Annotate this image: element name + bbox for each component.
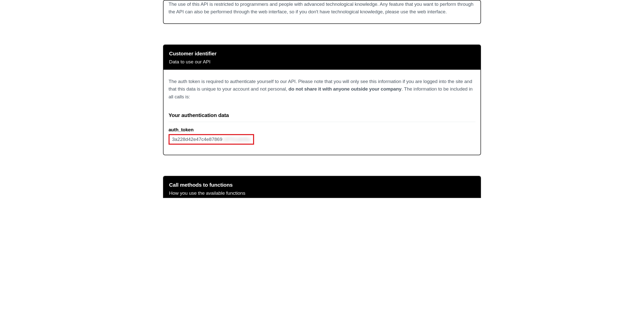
authentication-data-section: Your authentication data auth_token 3a22… bbox=[169, 112, 475, 145]
call-methods-subtitle: How you use the available functions bbox=[169, 190, 475, 196]
customer-identifier-header: Customer identifier Data to use our API bbox=[164, 45, 480, 70]
customer-identifier-title: Customer identifier bbox=[169, 51, 475, 57]
auth-token-value-box: 3a228d42e47c4e87869c4f7b1a8d5e bbox=[169, 134, 254, 145]
auth-token-description: The auth token is required to authentica… bbox=[169, 78, 475, 101]
call-methods-header: Call methods to functions How you use th… bbox=[164, 176, 480, 197]
customer-identifier-card: Customer identifier Data to use our API … bbox=[163, 45, 481, 155]
auth-token-visible: 3a228d42e47c4e87869 bbox=[172, 137, 222, 142]
call-methods-card: Call methods to functions How you use th… bbox=[163, 176, 481, 198]
api-restriction-text: The use of this API is restricted to pro… bbox=[169, 1, 475, 16]
customer-identifier-subtitle: Data to use our API bbox=[169, 59, 475, 65]
auth-token-label: auth_token bbox=[169, 127, 475, 133]
call-methods-title: Call methods to functions bbox=[169, 182, 475, 188]
api-restriction-card: The use of this API is restricted to pro… bbox=[163, 0, 481, 24]
authentication-data-title: Your authentication data bbox=[169, 112, 475, 122]
customer-identifier-body: The auth token is required to authentica… bbox=[164, 70, 480, 155]
auth-token-hidden: c4f7b1a8d5e bbox=[223, 137, 251, 142]
